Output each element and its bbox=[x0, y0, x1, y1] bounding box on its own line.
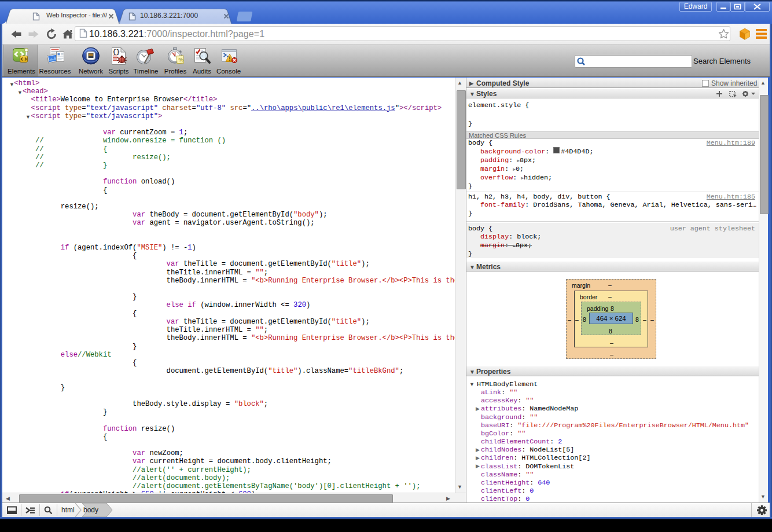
svg-text:{}: {} bbox=[113, 49, 120, 56]
svg-text:%: % bbox=[178, 56, 184, 63]
